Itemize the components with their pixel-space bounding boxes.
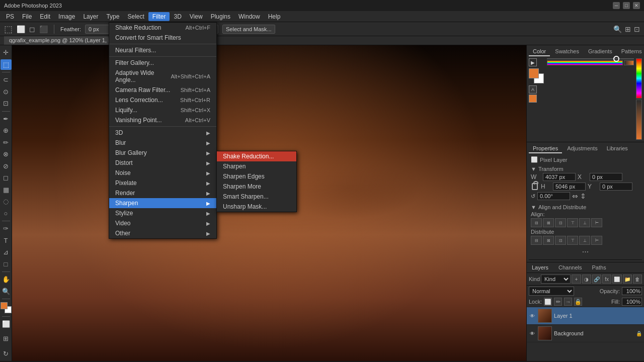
history-brush[interactable]: ⊘ [1,161,12,172]
filter-menu-sharpen[interactable]: Sharpen ▶ [109,198,216,208]
align-collapse-icon[interactable]: ▼ [531,204,536,210]
filter-menu-neural[interactable]: Neural Filters... [109,45,216,55]
feather-input[interactable] [85,25,110,34]
kind-select[interactable]: Kind [541,275,571,284]
sharpen-more[interactable]: Sharpen More [217,182,296,192]
dist-center-h-btn[interactable]: ⊠ [543,236,554,245]
play-icon[interactable]: ▶ [529,58,537,66]
dist-top-btn[interactable]: ⊤ [567,236,578,245]
adjustment-layer-btn[interactable]: ◑ [582,275,591,284]
layer-visibility-layer1[interactable]: 👁 [529,312,536,319]
filter-menu-video[interactable]: Video ▶ [109,218,216,228]
eyedropper-tool[interactable]: ✒ [1,114,12,125]
lasso-tool[interactable]: ⊂ [1,74,12,85]
filter-menu-convert-smart[interactable]: Convert for Smart Filters [109,33,216,43]
align-center-v-btn[interactable]: ⊥ [579,218,590,227]
flip-h-icon[interactable]: ⇔ [572,192,578,200]
add-layer-btn[interactable]: + [572,275,581,284]
filter-menu-adaptive[interactable]: Adaptive Wide Angle... Alt+Shift+Ctrl+A [109,68,216,85]
dist-center-v-btn[interactable]: ⊥ [579,236,590,245]
vertical-hue-bar[interactable] [636,58,642,99]
menu-view[interactable]: View [186,12,207,21]
x-input[interactable] [590,173,622,181]
delete-layer-btn[interactable]: 🗑 [633,275,642,284]
dodge-tool[interactable]: ○ [1,208,12,219]
fg-color-box[interactable] [529,68,539,78]
sharpen-unsharp[interactable]: Unsharp Mask... [217,202,296,212]
arrange-icon[interactable]: ⊞ [625,25,631,33]
lock-artboards-btn[interactable]: → [564,298,572,306]
gradient-tool[interactable]: ▦ [1,185,12,196]
link-layers-btn[interactable]: 🔗 [592,275,601,284]
sharpen-sharpen[interactable]: Sharpen [217,161,296,171]
h-input[interactable] [553,183,586,191]
filter-menu-other[interactable]: Other ▶ [109,228,216,238]
flip-v-icon[interactable]: ⇕ [580,192,586,200]
filter-menu-blur[interactable]: Blur ▶ [109,138,216,148]
crop-tool[interactable]: ⊡ [1,98,12,109]
angle-input[interactable] [537,192,570,200]
layer-item-layer1[interactable]: 👁 Layer 1 [527,307,644,325]
vertical-opacity-bar[interactable] [636,100,642,140]
foreground-color-swatch[interactable] [1,302,8,309]
align-right-btn[interactable]: ⊡ [555,218,566,227]
lock-position-btn[interactable]: ✏ [554,298,562,306]
align-top-btn[interactable]: ⊤ [567,218,578,227]
tab-properties[interactable]: Properties [529,144,562,153]
blend-mode-select[interactable]: Normal [529,287,574,296]
filter-menu-distort[interactable]: Distort ▶ [109,158,216,168]
filter-menu-pixelate[interactable]: Pixelate ▶ [109,178,216,188]
maximize-button[interactable]: □ [623,2,630,9]
mask-btn[interactable]: ⬜ [612,275,621,284]
brush-tool[interactable]: ✏ [1,137,12,148]
fill-input[interactable] [622,298,642,306]
menu-plugins[interactable]: Plugins [207,12,234,21]
menu-filter[interactable]: Filter [148,12,170,21]
move-tool[interactable]: ✛ [1,47,12,58]
mask-mode-btn[interactable]: A [529,85,537,94]
heal-tool[interactable]: ⊕ [1,125,12,136]
color-picker[interactable] [1,302,12,313]
layer-item-background[interactable]: 👁 Background 🔒 [527,325,644,342]
text-tool[interactable]: T [1,235,12,246]
align-left-btn[interactable]: ⊟ [531,218,542,227]
marquee-tool[interactable]: ⬚ [1,59,12,70]
tab-layers[interactable]: Layers [527,262,553,273]
quick-select-tool[interactable]: ⊙ [1,86,12,98]
filter-menu-render[interactable]: Render ▶ [109,188,216,198]
w-input[interactable] [543,173,576,181]
tab-adjustments[interactable]: Adjustments [563,144,602,153]
hue-slider[interactable] [547,60,623,65]
menu-ps[interactable]: PS [2,12,18,21]
transform-collapse-icon[interactable]: ▼ [531,166,536,172]
color-mode-indicator[interactable] [529,95,537,103]
zoom-icon[interactable]: ⊡ [634,25,640,33]
menu-select[interactable]: Select [123,12,148,21]
clone-tool[interactable]: ⊗ [1,149,12,160]
dist-left-btn[interactable]: ⊟ [531,236,542,245]
menu-window[interactable]: Window [234,12,264,21]
lock-all-btn[interactable]: 🔒 [574,298,582,306]
menu-edit[interactable]: Edit [36,12,54,21]
menu-layer[interactable]: Layer [79,12,102,21]
tab-gradients[interactable]: Gradients [584,47,616,56]
sharpen-smart[interactable]: Smart Sharpen... [217,192,296,202]
eraser-tool[interactable]: ◻ [1,172,12,184]
align-bottom-btn[interactable]: ⊢ [591,218,602,227]
tab-paths[interactable]: Paths [587,262,611,273]
dist-right-btn[interactable]: ⊡ [555,236,566,245]
close-button[interactable]: ✕ [633,2,640,9]
menu-image[interactable]: Image [54,12,79,21]
tab-swatches[interactable]: Swatches [551,47,583,56]
blur-tool[interactable]: ◌ [1,196,12,207]
tab-channels[interactable]: Channels [553,262,587,273]
filter-menu-3d[interactable]: 3D ▶ [109,128,216,138]
opacity-slider[interactable] [624,60,634,65]
menu-file[interactable]: File [18,12,36,21]
filter-menu-gallery[interactable]: Filter Gallery... [109,58,216,68]
tab-color[interactable]: Color [529,47,550,56]
effects-btn[interactable]: fx [602,275,611,284]
lock-pixels-btn[interactable]: ⬜ [544,298,552,306]
menu-help[interactable]: Help [264,12,285,21]
shape-tool[interactable]: □ [1,259,12,270]
